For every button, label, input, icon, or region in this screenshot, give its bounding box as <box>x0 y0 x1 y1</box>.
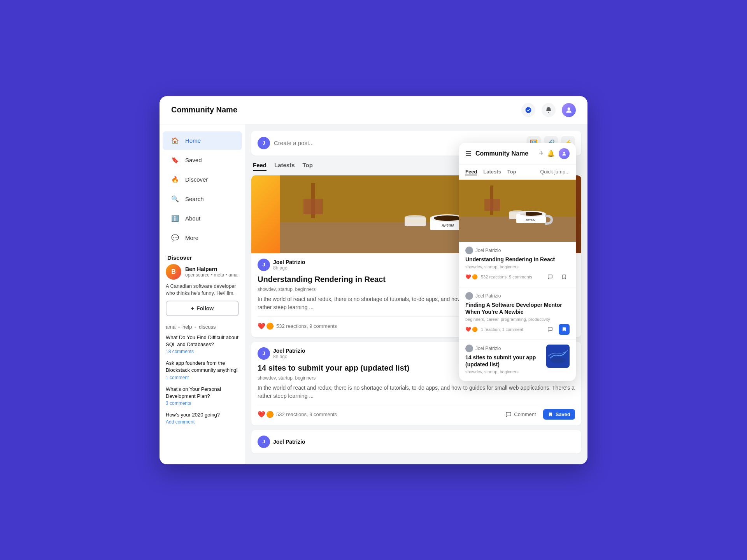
article-author-label-3: Joel Patrizio <box>273 439 305 445</box>
info-icon: ℹ️ <box>170 214 180 223</box>
top-header: Community Name <box>160 96 587 124</box>
tag-ama[interactable]: ama <box>166 324 175 331</box>
tag-separator-2: • <box>194 324 196 331</box>
mobile-article-footer-1: ❤️🟠 532 reactions, 9 comments <box>465 271 570 282</box>
discover-card: B Ben Halpern opensource • meta • ama A … <box>160 264 245 316</box>
brand-title: Community Name <box>171 105 237 114</box>
discover-person: B Ben Halpern opensource • meta • ama <box>166 264 239 280</box>
mobile-save-btn-1[interactable] <box>559 271 570 282</box>
mobile-bell-icon[interactable]: 🔔 <box>547 150 555 157</box>
mobile-tabs: Feed Latests Top Quick jump... <box>459 165 576 180</box>
search-icon: 🔍 <box>170 194 180 204</box>
svg-point-1 <box>548 112 549 113</box>
person-avatar: B <box>166 264 181 280</box>
discuss-meta: Add comment <box>166 419 239 425</box>
mobile-article-thumb-3 <box>546 345 570 368</box>
mobile-article-author-2: Joel Patrizio <box>465 292 570 300</box>
mobile-tab-latests[interactable]: Latests <box>483 169 501 175</box>
sidebar-item-discover[interactable]: 🔥 Discover <box>163 170 242 189</box>
author-name-2: Joel Patrizio <box>273 348 305 354</box>
person-name: Ben Halpern <box>185 266 237 272</box>
tag-links: ama • help • discuss <box>160 321 245 334</box>
main-window: Community Name <box>160 96 587 464</box>
mobile-article-content-3: Joel Patrizio 14 sites to submit your ap… <box>465 345 542 376</box>
svg-rect-29 <box>546 345 570 368</box>
follow-button[interactable]: + Follow <box>166 301 239 316</box>
post-time-1: 8h ago <box>273 265 305 271</box>
reaction-icons-1: ❤️ 🟠 <box>258 322 274 330</box>
sidebar-item-about[interactable]: ℹ️ About <box>163 209 242 228</box>
author-info-2: Joel Patrizio 8h ago <box>273 348 305 359</box>
mobile-article-tags-1: showdev, startup, beginners <box>465 264 570 269</box>
svg-rect-8 <box>303 199 323 214</box>
author-info-1: Joel Patrizio 8h ago <box>273 259 305 271</box>
svg-point-2 <box>568 107 570 110</box>
mobile-article-tags-2: beginners, career, programming, producti… <box>465 317 570 322</box>
mobile-user-avatar[interactable] <box>559 148 570 159</box>
fire-icon: 🔥 <box>170 175 180 184</box>
mobile-article-item-2: Joel Patrizio Finding A Software Develop… <box>459 287 576 340</box>
discuss-title[interactable]: How's your 2020 going? <box>166 411 239 418</box>
tab-latests[interactable]: Latests <box>274 160 295 171</box>
plus-icon: + <box>191 305 194 312</box>
sidebar-item-saved[interactable]: 🔖 Saved <box>163 151 242 170</box>
mobile-quick-jump[interactable]: Quick jump... <box>540 169 570 175</box>
mobile-article-image: BEGIN. <box>459 180 576 242</box>
discuss-item: What Do You Find Difficult about SQL and… <box>166 334 239 354</box>
person-bio: A Canadian software developer who thinks… <box>166 283 239 297</box>
discover-section-title: Discover <box>160 248 245 264</box>
mobile-reactions-1: ❤️🟠 <box>465 274 478 280</box>
mobile-comment-btn-1[interactable] <box>545 271 556 282</box>
mobile-footer-icons-1 <box>545 271 570 282</box>
tag-help[interactable]: help <box>182 324 192 331</box>
mobile-reactions-2: ❤️🟠 <box>465 327 478 332</box>
mobile-tab-top[interactable]: Top <box>507 169 516 175</box>
mobile-article-author-3: Joel Patrizio <box>465 345 542 352</box>
discuss-list: What Do You Find Difficult about SQL and… <box>160 334 245 425</box>
svg-text:BEGIN.: BEGIN. <box>442 224 455 228</box>
tab-top[interactable]: Top <box>303 160 313 171</box>
tag-discuss[interactable]: discuss <box>199 324 216 331</box>
sidebar-item-search[interactable]: 🔍 Search <box>163 190 242 208</box>
tab-feed[interactable]: Feed <box>253 160 267 171</box>
sidebar-item-home[interactable]: 🏠 Home <box>163 131 242 150</box>
svg-rect-21 <box>484 199 500 211</box>
discuss-title[interactable]: Ask app founders from the Blockstack com… <box>166 360 239 374</box>
mobile-header-icons: + 🔔 <box>539 148 570 159</box>
mobile-header: ☰ Community Name + 🔔 <box>459 143 576 165</box>
mobile-article-title-1[interactable]: Understanding Rendering in React <box>465 256 570 263</box>
mobile-overlay-card: ☰ Community Name + 🔔 Feed Latests Top Qu… <box>459 143 576 382</box>
svg-point-28 <box>509 210 526 214</box>
sidebar-item-more[interactable]: 💬 More <box>163 229 242 247</box>
comment-button-2[interactable]: Comment <box>502 409 540 420</box>
mobile-author-avatar-1 <box>465 247 473 254</box>
bookmark-icon: 🔖 <box>170 156 180 165</box>
mobile-plus-icon[interactable]: + <box>539 149 543 158</box>
person-info: Ben Halpern opensource • meta • ama <box>185 266 237 278</box>
save-button-2[interactable]: Saved <box>543 409 575 420</box>
mobile-tab-feed[interactable]: Feed <box>465 169 477 175</box>
article-footer-2: ❤️ 🟠 532 reactions, 9 comments Comment <box>258 405 575 420</box>
mobile-reaction-count-1: 532 reactions, 9 comments <box>481 275 542 279</box>
header-icons <box>521 103 576 117</box>
bell-icon[interactable] <box>542 103 556 117</box>
svg-point-0 <box>526 107 531 113</box>
mobile-author-avatar-3 <box>465 345 473 352</box>
mobile-article-item-3: Joel Patrizio 14 sites to submit your ap… <box>459 340 576 381</box>
discuss-meta: 3 comments <box>166 401 239 406</box>
mobile-article-title-3[interactable]: 14 sites to submit your app (updated lis… <box>465 354 542 368</box>
reaction-count-1: 532 reactions, 9 comments <box>276 323 337 329</box>
author-avatar-3: J <box>258 436 270 448</box>
mobile-comment-btn-2[interactable] <box>545 324 556 335</box>
hamburger-icon[interactable]: ☰ <box>465 149 472 158</box>
user-avatar[interactable] <box>562 103 576 117</box>
discuss-title[interactable]: What Do You Find Difficult about SQL and… <box>166 334 239 348</box>
mobile-article-title-2[interactable]: Finding A Software Developer Mentor When… <box>465 301 570 315</box>
mobile-save-btn-2[interactable] <box>559 324 570 335</box>
more-icon: 💬 <box>170 233 180 243</box>
mobile-reaction-count-2: 1 reaction, 1 comment <box>481 327 542 332</box>
reaction-icons-2: ❤️ 🟠 <box>258 411 274 418</box>
verified-icon[interactable] <box>521 103 535 117</box>
discuss-title[interactable]: What's on Your Personal Development Plan… <box>166 386 239 400</box>
reaction-count-2: 532 reactions, 9 comments <box>276 411 337 417</box>
